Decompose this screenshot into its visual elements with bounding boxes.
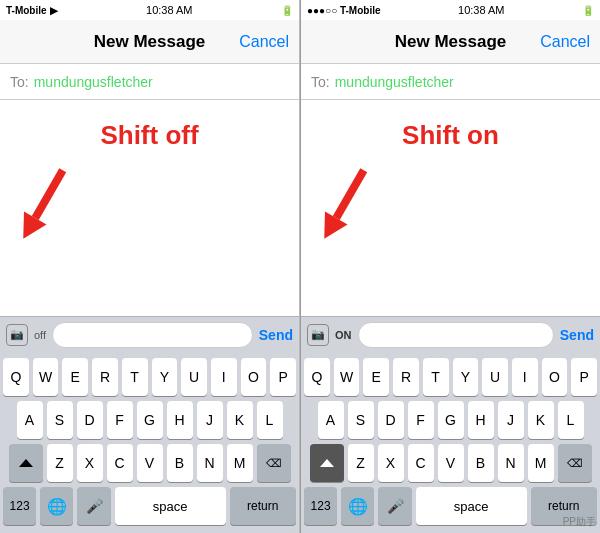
- right-kb-row-1: Q W E R T Y U I O P: [304, 358, 597, 396]
- key-c[interactable]: C: [107, 444, 133, 482]
- right-arrow: [313, 164, 375, 245]
- r-key-c[interactable]: C: [408, 444, 434, 482]
- key-z[interactable]: Z: [47, 444, 73, 482]
- left-message-area[interactable]: Shift off: [0, 100, 299, 316]
- r-key-o[interactable]: O: [542, 358, 568, 396]
- left-return-key[interactable]: return: [230, 487, 296, 525]
- key-j[interactable]: J: [197, 401, 223, 439]
- right-battery: 🔋: [582, 5, 594, 16]
- key-f[interactable]: F: [107, 401, 133, 439]
- key-u[interactable]: U: [181, 358, 207, 396]
- right-to-label: To:: [311, 74, 330, 90]
- r-key-h[interactable]: H: [468, 401, 494, 439]
- right-shift-label: Shift on: [402, 120, 499, 151]
- right-message-input[interactable]: [358, 322, 554, 348]
- left-mic-key[interactable]: 🎤: [77, 487, 110, 525]
- left-backspace-key[interactable]: ⌫: [257, 444, 291, 482]
- left-keyboard: Q W E R T Y U I O P A S D F G H J K L: [0, 352, 299, 533]
- right-battery-icon: 🔋: [582, 5, 594, 16]
- right-kb-row-3: Z X C V B N M ⌫: [304, 444, 597, 482]
- key-b[interactable]: B: [167, 444, 193, 482]
- r-key-v[interactable]: V: [438, 444, 464, 482]
- right-input-row: 📷 ON Send: [301, 316, 600, 352]
- key-l[interactable]: L: [257, 401, 283, 439]
- r-key-p[interactable]: P: [571, 358, 597, 396]
- right-shift-indicator: ON: [335, 329, 352, 341]
- key-o[interactable]: O: [241, 358, 267, 396]
- key-v[interactable]: V: [137, 444, 163, 482]
- left-camera-icon[interactable]: 📷: [6, 324, 28, 346]
- r-key-n[interactable]: N: [498, 444, 524, 482]
- key-x[interactable]: X: [77, 444, 103, 482]
- right-status-left: ●●●○○ T-Mobile: [307, 5, 381, 16]
- key-y[interactable]: Y: [152, 358, 178, 396]
- r-key-m[interactable]: M: [528, 444, 554, 482]
- right-cancel-button[interactable]: Cancel: [540, 33, 590, 51]
- r-key-r[interactable]: R: [393, 358, 419, 396]
- left-kb-bottom-row: 123 🌐 🎤 space return: [3, 487, 296, 525]
- key-n[interactable]: N: [197, 444, 223, 482]
- r-key-b[interactable]: B: [468, 444, 494, 482]
- key-w[interactable]: W: [33, 358, 59, 396]
- watermark: PP助手: [563, 515, 596, 529]
- r-key-y[interactable]: Y: [453, 358, 479, 396]
- right-backspace-key[interactable]: ⌫: [558, 444, 592, 482]
- r-key-z[interactable]: Z: [348, 444, 374, 482]
- left-battery-icon: 🔋: [281, 5, 293, 16]
- r-key-f[interactable]: F: [408, 401, 434, 439]
- r-key-i[interactable]: I: [512, 358, 538, 396]
- r-key-g[interactable]: G: [438, 401, 464, 439]
- r-key-u[interactable]: U: [482, 358, 508, 396]
- key-a[interactable]: A: [17, 401, 43, 439]
- key-k[interactable]: K: [227, 401, 253, 439]
- r-key-j[interactable]: J: [498, 401, 524, 439]
- left-battery: 🔋: [281, 5, 293, 16]
- r-key-w[interactable]: W: [334, 358, 360, 396]
- key-e[interactable]: E: [62, 358, 88, 396]
- right-shift-key[interactable]: [310, 444, 344, 482]
- key-d[interactable]: D: [77, 401, 103, 439]
- left-message-input[interactable]: [52, 322, 253, 348]
- right-message-area[interactable]: Shift on: [301, 100, 600, 316]
- r-key-e[interactable]: E: [363, 358, 389, 396]
- key-h[interactable]: H: [167, 401, 193, 439]
- right-space-key[interactable]: space: [416, 487, 527, 525]
- right-send-button[interactable]: Send: [560, 327, 594, 343]
- key-s[interactable]: S: [47, 401, 73, 439]
- r-key-s[interactable]: S: [348, 401, 374, 439]
- left-nav-title: New Message: [94, 32, 206, 52]
- left-shift-indicator: off: [34, 329, 46, 341]
- r-key-k[interactable]: K: [528, 401, 554, 439]
- left-globe-key[interactable]: 🌐: [40, 487, 73, 525]
- left-num-key[interactable]: 123: [3, 487, 36, 525]
- r-key-q[interactable]: Q: [304, 358, 330, 396]
- right-num-key[interactable]: 123: [304, 487, 337, 525]
- left-send-button[interactable]: Send: [259, 327, 293, 343]
- key-q[interactable]: Q: [3, 358, 29, 396]
- r-key-l[interactable]: L: [558, 401, 584, 439]
- left-space-key[interactable]: space: [115, 487, 226, 525]
- key-r[interactable]: R: [92, 358, 118, 396]
- r-key-a[interactable]: A: [318, 401, 344, 439]
- left-kb-row-2: A S D F G H J K L: [3, 401, 296, 439]
- right-kb-bottom-row: 123 🌐 🎤 space return: [304, 487, 597, 525]
- key-p[interactable]: P: [270, 358, 296, 396]
- key-m[interactable]: M: [227, 444, 253, 482]
- right-nav-title: New Message: [395, 32, 507, 52]
- r-key-d[interactable]: D: [378, 401, 404, 439]
- left-shift-key[interactable]: [9, 444, 43, 482]
- right-camera-icon[interactable]: 📷: [307, 324, 329, 346]
- left-carrier: T-Mobile: [6, 5, 47, 16]
- left-nav-bar: New Message Cancel: [0, 20, 299, 64]
- shift-arrow-icon: [19, 459, 33, 467]
- r-key-x[interactable]: X: [378, 444, 404, 482]
- right-phone-panel: ●●●○○ T-Mobile 10:38 AM 🔋 New Message Ca…: [300, 0, 600, 533]
- right-globe-key[interactable]: 🌐: [341, 487, 374, 525]
- r-key-t[interactable]: T: [423, 358, 449, 396]
- key-i[interactable]: I: [211, 358, 237, 396]
- key-g[interactable]: G: [137, 401, 163, 439]
- key-t[interactable]: T: [122, 358, 148, 396]
- right-mic-key[interactable]: 🎤: [378, 487, 411, 525]
- right-status-bar: ●●●○○ T-Mobile 10:38 AM 🔋: [301, 0, 600, 20]
- left-cancel-button[interactable]: Cancel: [239, 33, 289, 51]
